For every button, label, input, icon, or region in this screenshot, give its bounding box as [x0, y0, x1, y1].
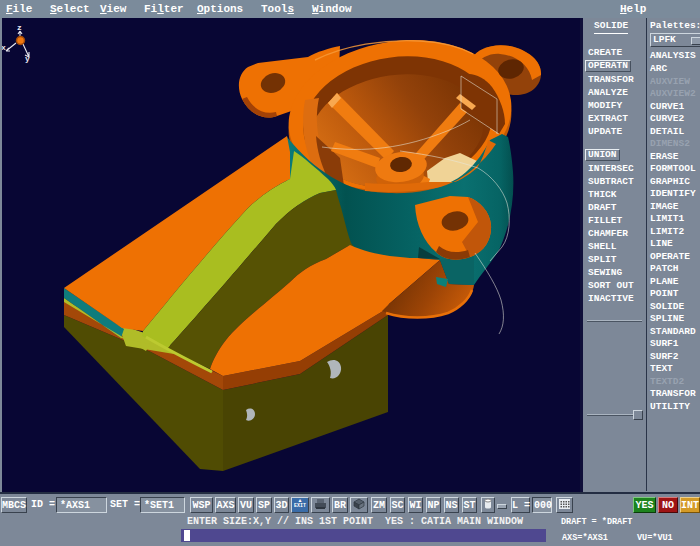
svg-text:y: y: [25, 54, 30, 63]
svg-text:z: z: [17, 23, 22, 32]
svg-text:x: x: [2, 43, 6, 52]
